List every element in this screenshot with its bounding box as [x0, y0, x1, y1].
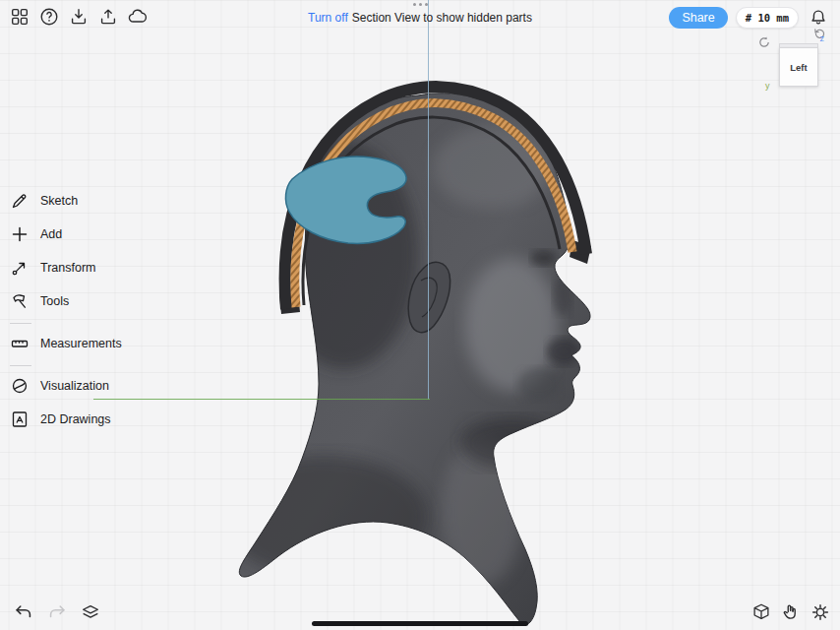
top-center-area: Turn offSection View to show hidden part… — [213, 0, 627, 25]
section-view-banner: Turn offSection View to show hidden part… — [213, 11, 627, 25]
shaded-sphere-icon — [10, 376, 30, 396]
items-box-icon[interactable] — [750, 600, 773, 624]
bottom-right-toolbar — [750, 600, 832, 624]
redo-icon[interactable] — [45, 600, 69, 624]
tool-sidebar: Sketch Add Transform Tools Measurements — [10, 189, 148, 441]
apps-grid-icon[interactable] — [8, 5, 31, 29]
home-indicator[interactable] — [312, 621, 528, 626]
construction-line-horizontal — [93, 399, 430, 400]
view-cube-gizmo: Left z y — [763, 28, 828, 91]
sidebar-item-label: Measurements — [40, 337, 122, 350]
import-icon[interactable] — [67, 5, 90, 29]
sidebar-divider — [10, 323, 31, 324]
plus-icon — [10, 224, 30, 244]
help-icon[interactable] — [37, 5, 61, 29]
sidebar-item-label: Add — [40, 227, 62, 241]
axis-z-label: z — [820, 33, 825, 43]
view-cube-left-face[interactable]: Left — [779, 47, 818, 87]
bottom-left-toolbar — [12, 600, 102, 624]
sidebar-item-label: Visualization — [40, 379, 109, 393]
sidebar-item-tools[interactable]: Tools — [10, 289, 148, 313]
sidebar-item-add[interactable]: Add — [10, 222, 148, 246]
share-button[interactable]: Share — [669, 7, 727, 29]
top-right-toolbar: Share # 10 mm — [669, 6, 830, 30]
move-arrow-icon — [10, 258, 30, 278]
turn-off-section-link[interactable]: Turn off — [308, 11, 348, 25]
sidebar-item-transform[interactable]: Transform — [10, 256, 148, 280]
export-icon[interactable] — [96, 5, 120, 29]
touch-input-icon[interactable] — [779, 600, 803, 624]
sidebar-item-sketch[interactable]: Sketch — [10, 189, 148, 213]
section-view-message: Section View to show hidden parts — [352, 11, 532, 25]
sidebar-item-visualization[interactable]: Visualization — [10, 374, 148, 398]
ruler-icon — [10, 334, 30, 353]
settings-gear-icon[interactable] — [809, 600, 832, 624]
sidebar-item-label: Transform — [40, 261, 96, 275]
layers-icon[interactable] — [79, 600, 102, 624]
sidebar-item-label: Sketch — [40, 194, 78, 208]
grid-units-badge[interactable]: # 10 mm — [736, 7, 799, 29]
hammer-icon — [10, 291, 30, 311]
sidebar-divider — [10, 365, 31, 366]
top-left-toolbar — [8, 5, 150, 29]
axis-y-label: y — [765, 81, 770, 91]
sidebar-item-2d-drawings[interactable]: 2D Drawings — [10, 408, 148, 431]
notification-bell-icon[interactable] — [807, 6, 830, 30]
sidebar-item-label: Tools — [40, 294, 69, 308]
pencil-icon — [10, 191, 30, 211]
orbit-icon[interactable] — [757, 35, 771, 53]
head-scan-mesh — [221, 94, 590, 625]
drawing-sheet-icon — [10, 410, 30, 429]
cloud-icon[interactable] — [126, 5, 150, 29]
drag-handle-dots[interactable] — [213, 0, 627, 8]
sidebar-item-measurements[interactable]: Measurements — [10, 332, 148, 355]
undo-icon[interactable] — [12, 600, 35, 624]
sidebar-item-label: 2D Drawings — [40, 412, 111, 426]
